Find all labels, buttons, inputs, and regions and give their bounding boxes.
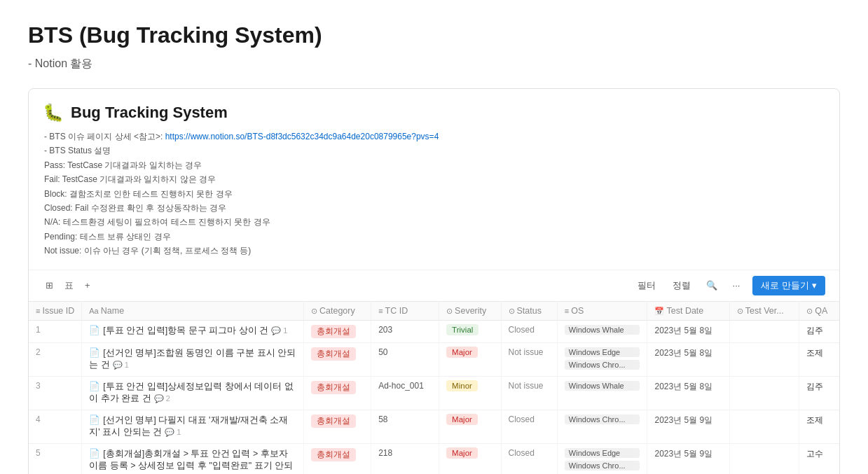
status-value: Not issue (509, 381, 544, 391)
category-badge: 총회개설 (311, 448, 356, 461)
status-value: Closed (509, 414, 535, 424)
sort-button[interactable]: 정렬 (668, 278, 695, 293)
cell-severity: Trivial (439, 320, 501, 342)
severity-badge: Major (446, 447, 478, 459)
doc-icon: 📄 (89, 415, 100, 425)
cell-status: Closed (501, 410, 557, 443)
table-row[interactable]: 2📄[선거인 명부]조합원 동명인 이름 구분 표시 안되는 건💬 1총회개설5… (29, 342, 839, 376)
add-view-button[interactable]: + (82, 279, 93, 292)
cell-name[interactable]: 📄[총회개설]총회개설 > 투표 안건 입력 > 후보자 이름 등록 > 상세정… (82, 443, 304, 474)
cell-test-date: 2023년 5월 8일 (647, 342, 729, 376)
comment-count: 💬 1 (165, 428, 181, 436)
doc-icon: 📄 (89, 348, 100, 358)
notion-header: 🐛 Bug Tracking System - BTS 이슈 페이지 상세 <참… (29, 103, 839, 270)
table-row[interactable]: 3📄[투표 안건 입력]상세정보입력 창에서 데이터 없이 추가 완료 건💬 2… (29, 376, 839, 410)
table-header: ≡Issue ID AaName ⊙Category ≡TC ID ⊙Sever… (29, 301, 839, 320)
doc-icon: 📄 (89, 449, 100, 459)
toolbar-right: 필터 정렬 🔍 ··· 새로 만들기 ▾ (633, 276, 825, 295)
cell-severity: Major (439, 410, 501, 443)
cell-test-ver (729, 376, 799, 410)
issues-table: ≡Issue ID AaName ⊙Category ≡TC ID ⊙Sever… (29, 301, 839, 474)
table-row[interactable]: 5📄[총회개설]총회개설 > 투표 안건 입력 > 후보자 이름 등록 > 상세… (29, 443, 839, 474)
col-tc-id: ≡TC ID (371, 301, 439, 320)
cell-tc-id: 58 (371, 410, 439, 443)
severity-badge: Minor (446, 380, 478, 391)
comment-count: 💬 1 (271, 326, 287, 335)
cell-os: Windows EdgeWindows Chro... (557, 342, 647, 376)
cell-qa: 김주 (799, 320, 839, 342)
category-badge: 총회개설 (311, 347, 356, 361)
cell-severity: Minor (439, 376, 501, 410)
table-row[interactable]: 4📄[선거인 명부] 다필지 대표 '재개발/재건축 소재지' 표시 안되는 건… (29, 410, 839, 443)
severity-badge: Major (446, 414, 478, 425)
cell-status: Not issue (501, 342, 557, 376)
cell-status: Closed (501, 443, 557, 474)
col-test-date: 📅Test Date (647, 301, 729, 320)
cell-test-date: 2023년 5월 8일 (647, 376, 729, 410)
cell-tc-id: 203 (371, 320, 439, 342)
cell-test-ver (729, 443, 799, 474)
doc-icon: 📄 (89, 382, 100, 391)
category-badge: 총회개설 (311, 381, 356, 394)
notion-title-row: 🐛 Bug Tracking System (43, 103, 825, 123)
os-tag: Windows Chro... (565, 360, 640, 370)
notion-description: - BTS 이슈 페이지 상세 <참고>: https://www.notion… (43, 130, 825, 258)
status-value: Closed (509, 448, 535, 458)
cell-severity: Major (439, 342, 501, 376)
cell-test-ver (729, 342, 799, 376)
cell-test-ver (729, 320, 799, 342)
cell-os: Windows Chro... (557, 410, 647, 443)
page-subtitle: - Notion 활용 (28, 57, 840, 71)
col-test-ver: ⊙Test Ver... (729, 301, 799, 320)
category-badge: 총회개설 (311, 414, 356, 428)
os-tag: Windows Whale (565, 325, 640, 335)
cell-qa: 조제 (799, 342, 839, 376)
bug-icon: 🐛 (43, 103, 64, 123)
cell-name[interactable]: 📄[투표 안건 입력]상세정보입력 창에서 데이터 없이 추가 완료 건💬 2 (82, 376, 304, 410)
chevron-down-icon: ▾ (812, 280, 817, 291)
cell-id: 5 (29, 443, 82, 474)
cell-test-ver (729, 410, 799, 443)
cell-test-date: 2023년 5월 9일 (647, 443, 729, 474)
new-btn-label: 새로 만들기 (761, 279, 809, 292)
cell-category: 총회개설 (304, 376, 371, 410)
col-issue-id: ≡Issue ID (29, 301, 82, 320)
comment-count: 💬 2 (154, 394, 170, 403)
search-icon-button[interactable]: 🔍 (703, 279, 720, 292)
cell-id: 3 (29, 376, 82, 410)
os-tag: Windows Edge (565, 347, 640, 357)
table-body: 1📄[투표 안건 입력]항목 문구 피그마 상이 건💬 1총회개설203Triv… (29, 320, 839, 474)
cell-status: Not issue (501, 376, 557, 410)
toolbar-left: ⊞ 표 + (43, 278, 93, 293)
col-category: ⊙Category (304, 301, 371, 320)
cell-name[interactable]: 📄[선거인 명부] 다필지 대표 '재개발/재건축 소재지' 표시 안되는 건💬… (82, 410, 304, 443)
cell-qa: 고수 (799, 443, 839, 474)
notion-title: Bug Tracking System (71, 104, 228, 122)
cell-name[interactable]: 📄[선거인 명부]조합원 동명인 이름 구분 표시 안되는 건💬 1 (82, 342, 304, 376)
cell-category: 총회개설 (304, 342, 371, 376)
cell-name[interactable]: 📄[투표 안건 입력]항목 문구 피그마 상이 건💬 1 (82, 320, 304, 342)
table-wrapper: ≡Issue ID AaName ⊙Category ≡TC ID ⊙Sever… (29, 301, 839, 474)
cell-os: Windows EdgeWindows Chro... (557, 443, 647, 474)
doc-icon: 📄 (89, 326, 100, 335)
severity-badge: Major (446, 347, 478, 358)
page-title: BTS (Bug Tracking System) (28, 22, 840, 48)
status-value: Not issue (509, 347, 544, 357)
grid-view-button[interactable]: ⊞ (43, 279, 56, 292)
cell-os: Windows Whale (557, 320, 647, 342)
notion-container: 🐛 Bug Tracking System - BTS 이슈 페이지 상세 <참… (28, 88, 840, 474)
filter-button[interactable]: 필터 (633, 278, 660, 293)
os-tag: Windows Chro... (565, 461, 640, 470)
table-view-button[interactable]: 표 (62, 278, 76, 293)
cell-id: 2 (29, 342, 82, 376)
cell-test-date: 2023년 5월 9일 (647, 410, 729, 443)
new-entry-button[interactable]: 새로 만들기 ▾ (752, 276, 825, 295)
os-tag: Windows Edge (565, 448, 640, 458)
cell-qa: 김주 (799, 376, 839, 410)
table-row[interactable]: 1📄[투표 안건 입력]항목 문구 피그마 상이 건💬 1총회개설203Triv… (29, 320, 839, 342)
cell-test-date: 2023년 5월 8일 (647, 320, 729, 342)
comment-count: 💬 1 (113, 361, 129, 369)
cell-status: Closed (501, 320, 557, 342)
cell-tc-id: 50 (371, 342, 439, 376)
more-button[interactable]: ··· (729, 279, 745, 292)
